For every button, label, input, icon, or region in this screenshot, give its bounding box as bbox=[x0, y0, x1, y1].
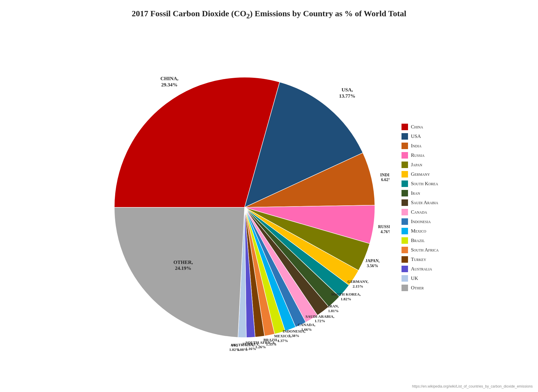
legend-item: South Korea bbox=[402, 180, 439, 187]
legend-color-box bbox=[402, 228, 408, 234]
pie-segment-other bbox=[114, 207, 245, 337]
legend-label: Turkey bbox=[411, 257, 426, 262]
legend-label: China bbox=[411, 124, 423, 130]
legend-label: USA bbox=[411, 133, 421, 139]
legend-item: Brazil bbox=[402, 237, 439, 244]
source-text: https://en.wikipedia.org/wiki/List_of_co… bbox=[412, 384, 533, 388]
legend-color-box bbox=[402, 237, 408, 244]
pie-label-japan: JAPAN,3.56% bbox=[365, 259, 379, 268]
legend-item: Germany bbox=[402, 171, 439, 178]
legend-color-box bbox=[402, 171, 408, 178]
legend-color-box bbox=[402, 190, 408, 196]
legend-color-box bbox=[402, 275, 408, 282]
legend-label: Russia bbox=[411, 152, 425, 158]
legend-label: Brazil bbox=[411, 238, 425, 243]
legend-color-box bbox=[402, 124, 408, 130]
legend-color-box bbox=[402, 152, 408, 159]
legend-item: Saudi Arabia bbox=[402, 199, 439, 206]
legend-item: Turkey bbox=[402, 256, 439, 263]
chart-area: CHINA,29.34%USA,13.77%INDIA,6.62%RUSSIA,… bbox=[6, 29, 532, 386]
legend-color-box bbox=[402, 180, 408, 187]
legend-label: Germany bbox=[411, 171, 430, 177]
legend-color-box bbox=[402, 133, 408, 140]
legend-color-box bbox=[402, 218, 408, 225]
legend-item: South Africa bbox=[402, 247, 439, 253]
pie-label-germany: GERMANY,2.15% bbox=[347, 280, 368, 289]
pie-label-india: INDIA,6.62% bbox=[380, 173, 390, 182]
legend-color-box bbox=[402, 162, 408, 168]
legend-color-box bbox=[402, 266, 408, 272]
legend-label: Indonesia bbox=[411, 219, 431, 225]
legend-item: Canada bbox=[402, 209, 439, 215]
legend-label: South Africa bbox=[411, 247, 439, 253]
legend-item: Iran bbox=[402, 190, 439, 196]
pie-chart: CHINA,29.34%USA,13.77%INDIA,6.62%RUSSIA,… bbox=[99, 62, 390, 352]
legend-color-box bbox=[402, 199, 408, 206]
legend-label: Iran bbox=[411, 190, 420, 196]
legend-color-box bbox=[402, 143, 408, 149]
page-container: 2017 Fossil Carbon Dioxide (CO2) Emissio… bbox=[0, 0, 538, 392]
legend-item: UK bbox=[402, 275, 439, 282]
legend-color-box bbox=[402, 256, 408, 263]
pie-label-china: CHINA,29.34% bbox=[160, 76, 178, 87]
legend-color-box bbox=[402, 285, 408, 291]
legend-label: UK bbox=[411, 275, 418, 281]
legend-item: USA bbox=[402, 133, 439, 140]
legend-label: Australia bbox=[411, 266, 432, 272]
legend-color-box bbox=[402, 209, 408, 215]
legend-label: Canada bbox=[411, 209, 427, 215]
legend-item: Australia bbox=[402, 266, 439, 272]
pie-label-usa: USA,13.77% bbox=[339, 87, 355, 99]
legend-label: Japan bbox=[411, 162, 422, 168]
legend-label: India bbox=[411, 143, 422, 149]
legend-label: Other bbox=[411, 285, 424, 291]
legend-item: Russia bbox=[402, 152, 439, 159]
chart-title: 2017 Fossil Carbon Dioxide (CO2) Emissio… bbox=[132, 9, 407, 20]
legend-item: India bbox=[402, 143, 439, 149]
legend-label: Mexico bbox=[411, 228, 426, 234]
legend-label: Saudi Arabia bbox=[411, 200, 438, 206]
legend-label: South Korea bbox=[411, 181, 438, 187]
pie-label-other: OTHER,24.19% bbox=[173, 259, 193, 271]
legend-item: Indonesia bbox=[402, 218, 439, 225]
legend-item: China bbox=[402, 124, 439, 130]
pie-label-russia: RUSSIA,4.76% bbox=[378, 225, 390, 234]
legend-item: Mexico bbox=[402, 228, 439, 234]
legend: ChinaUSAIndiaRussiaJapanGermanySouth Kor… bbox=[402, 124, 439, 291]
legend-item: Other bbox=[402, 285, 439, 291]
pie-label-iran: IRAN,1.81% bbox=[328, 304, 338, 313]
legend-color-box bbox=[402, 247, 408, 253]
legend-item: Japan bbox=[402, 162, 439, 168]
